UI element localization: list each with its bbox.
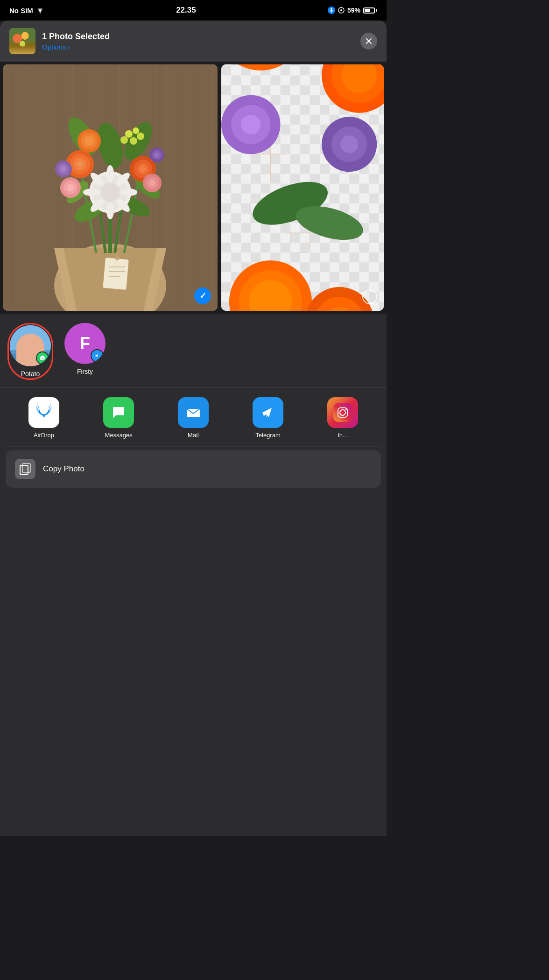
svg-point-109 bbox=[26, 336, 35, 341]
svg-point-61 bbox=[61, 166, 66, 172]
action-row-copy-photo[interactable]: Copy Photo bbox=[6, 450, 381, 488]
status-right: 59% bbox=[328, 7, 377, 14]
svg-point-120 bbox=[345, 409, 347, 410]
airdrop-icon bbox=[28, 397, 59, 428]
contact-item-potato[interactable]: Potato bbox=[7, 323, 53, 380]
svg-point-50 bbox=[125, 130, 133, 138]
photo-count-title: 1 Photo Selected bbox=[42, 32, 360, 42]
svg-point-32 bbox=[120, 189, 137, 196]
photo-side-unselected[interactable] bbox=[221, 64, 384, 311]
share-sheet: 1 Photo Selected Options › bbox=[0, 21, 387, 836]
instagram-icon bbox=[327, 397, 358, 428]
header-text: 1 Photo Selected Options › bbox=[42, 32, 360, 51]
svg-point-29 bbox=[106, 165, 114, 182]
battery-percentage: 59% bbox=[347, 7, 360, 14]
svg-point-92 bbox=[340, 135, 358, 153]
svg-point-103 bbox=[26, 335, 35, 345]
app-item-instagram[interactable]: In... bbox=[305, 397, 380, 439]
whatsapp-badge bbox=[36, 351, 49, 364]
app-item-mail[interactable]: Mail bbox=[156, 397, 231, 439]
close-button[interactable] bbox=[360, 33, 377, 49]
photo-main-selected[interactable] bbox=[3, 64, 218, 311]
status-left: No SIM bbox=[9, 7, 44, 14]
apps-row: AirDrop Messages Mail bbox=[0, 387, 387, 446]
svg-point-66 bbox=[115, 257, 119, 260]
microphone-icon bbox=[328, 7, 335, 14]
options-button[interactable]: Options › bbox=[42, 43, 360, 51]
photo-strip bbox=[0, 62, 387, 314]
spacer bbox=[0, 491, 387, 836]
app-item-telegram[interactable]: Telegram bbox=[231, 397, 305, 439]
svg-rect-117 bbox=[333, 403, 352, 422]
carrier-label: No SIM bbox=[9, 7, 33, 14]
contact-avatar-firsty: F bbox=[64, 323, 106, 364]
svg-rect-106 bbox=[28, 355, 30, 361]
svg-point-44 bbox=[140, 166, 146, 172]
contact-avatar-potato bbox=[10, 325, 51, 366]
contact-name-firsty: Firsty bbox=[77, 368, 93, 375]
svg-point-108 bbox=[26, 335, 35, 341]
selected-checkmark bbox=[194, 287, 211, 304]
app-label-airdrop: AirDrop bbox=[34, 432, 54, 439]
svg-point-51 bbox=[120, 136, 128, 144]
messages-icon bbox=[103, 397, 134, 428]
svg-point-55 bbox=[67, 184, 74, 191]
telegram-badge bbox=[91, 349, 104, 362]
contact-name-potato: Potato bbox=[21, 370, 40, 378]
svg-point-40 bbox=[77, 161, 83, 168]
unselected-circle bbox=[362, 289, 377, 304]
svg-point-47 bbox=[84, 136, 94, 146]
contact-item-firsty[interactable]: F Firsty bbox=[64, 323, 106, 380]
svg-point-4 bbox=[340, 9, 342, 11]
separator-1 bbox=[6, 446, 381, 447]
status-bar: No SIM 22.35 59% bbox=[0, 0, 387, 21]
svg-point-49 bbox=[137, 133, 144, 140]
svg-point-89 bbox=[241, 115, 260, 134]
battery-icon bbox=[363, 7, 377, 14]
app-label-mail: Mail bbox=[188, 432, 199, 439]
svg-point-52 bbox=[133, 127, 139, 134]
app-label-instagram: In... bbox=[338, 432, 348, 439]
svg-point-48 bbox=[130, 137, 137, 145]
svg-point-31 bbox=[83, 189, 100, 196]
status-time: 22.35 bbox=[176, 6, 196, 15]
svg-rect-105 bbox=[26, 345, 35, 354]
mail-icon bbox=[178, 397, 209, 428]
telegram-icon bbox=[253, 397, 283, 428]
svg-rect-1 bbox=[331, 8, 332, 11]
app-label-telegram: Telegram bbox=[255, 432, 280, 439]
svg-point-30 bbox=[106, 203, 114, 219]
app-item-messages[interactable]: Messages bbox=[81, 397, 156, 439]
contacts-row: Potato F Firsty bbox=[0, 314, 387, 387]
wifi-icon bbox=[36, 7, 44, 14]
copy-photo-icon bbox=[15, 459, 35, 479]
svg-rect-107 bbox=[31, 355, 33, 361]
svg-rect-65 bbox=[103, 258, 128, 290]
svg-point-64 bbox=[155, 153, 159, 157]
copy-photo-label: Copy Photo bbox=[43, 464, 84, 474]
location-icon bbox=[338, 7, 345, 14]
svg-point-58 bbox=[149, 180, 155, 186]
app-item-airdrop[interactable]: AirDrop bbox=[7, 397, 81, 439]
svg-rect-104 bbox=[28, 345, 33, 356]
svg-point-28 bbox=[101, 183, 120, 202]
share-header: 1 Photo Selected Options › bbox=[0, 21, 387, 62]
selected-photo-thumbnail bbox=[9, 28, 35, 54]
svg-point-0 bbox=[40, 12, 41, 13]
app-label-messages: Messages bbox=[105, 432, 132, 439]
